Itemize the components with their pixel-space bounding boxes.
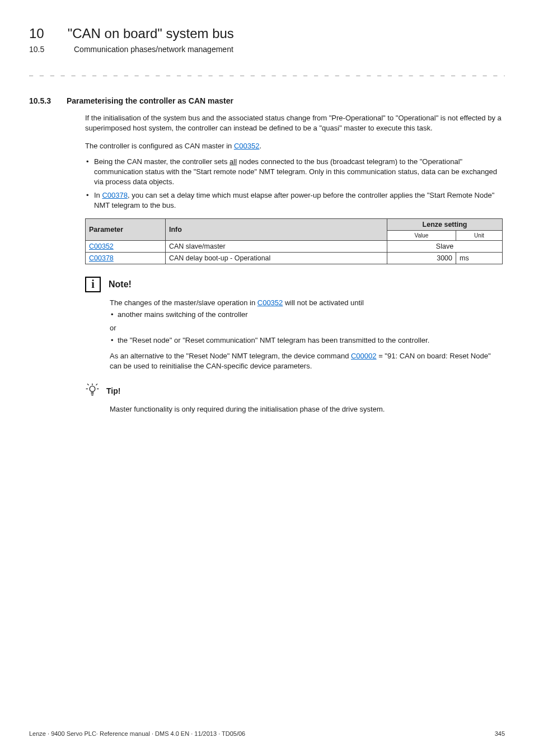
svg-line-4 <box>87 384 88 385</box>
table-header-row: Parameter Info Lenze setting <box>86 218 503 230</box>
note-line: The changes of the master/slave operatio… <box>110 298 503 308</box>
section-heading: 10.5.3 Parameterising the controller as … <box>29 96 505 105</box>
section-title: Parameterising the controller as CAN mas… <box>67 96 233 105</box>
underlined-text: all <box>229 157 237 166</box>
col-unit: Unit <box>456 230 503 240</box>
page-footer: Lenze · 9400 Servo PLC· Reference manual… <box>29 730 505 737</box>
link-c00002[interactable]: C00002 <box>351 352 377 360</box>
link-c00352[interactable]: C00352 <box>89 242 114 250</box>
text: , you can set a delay time which must el… <box>94 191 494 209</box>
list-item: Being the CAN master, the controller set… <box>85 157 503 187</box>
list-item: another mains switching of the controlle… <box>110 310 503 320</box>
cell-info: CAN slave/master <box>166 240 387 252</box>
link-c00378[interactable]: C00378 <box>102 191 128 199</box>
chapter-number: 10 <box>29 26 44 41</box>
lightbulb-icon <box>85 382 100 399</box>
paragraph: The controller is configured as CAN mast… <box>85 141 503 151</box>
section-number: 10.5.3 <box>29 96 51 105</box>
text: . <box>259 142 261 150</box>
text: In <box>94 191 102 199</box>
svg-point-0 <box>90 386 95 392</box>
note-header: i Note! <box>85 277 503 292</box>
parameter-table: Parameter Info Lenze setting Value Unit … <box>85 218 503 264</box>
text: The changes of the master/slave operatio… <box>110 298 257 307</box>
col-parameter: Parameter <box>86 218 166 240</box>
note-bullets: another mains switching of the controlle… <box>110 310 503 320</box>
text: The controller is configured as CAN mast… <box>85 142 234 150</box>
link-c00352[interactable]: C00352 <box>234 142 260 150</box>
cell-value: Slave <box>387 240 503 252</box>
subchapter-header: 10.5 Communication phases/network manage… <box>29 45 505 54</box>
page-number: 345 <box>495 730 505 737</box>
text: will not be activated until <box>283 298 364 307</box>
note-or: or <box>110 323 503 333</box>
chapter-header: 10 "CAN on board" system bus <box>29 26 505 41</box>
col-info: Info <box>166 218 387 240</box>
list-item: the "Reset node" or "Reset communication… <box>110 335 503 346</box>
text: As an alternative to the "Reset Node" NM… <box>110 352 351 360</box>
cell-unit: ms <box>456 252 503 264</box>
chapter-title: "CAN on board" system bus <box>68 26 234 41</box>
subchapter-title: Communication phases/network management <box>74 45 233 54</box>
col-value: Value <box>387 230 456 240</box>
link-c00378[interactable]: C00378 <box>89 254 114 262</box>
link-c00352[interactable]: C00352 <box>257 298 283 307</box>
table-row: C00352 CAN slave/master Slave <box>86 240 503 252</box>
note-block: i Note! The changes of the master/slave … <box>85 277 503 372</box>
note-line: As an alternative to the "Reset Node" NM… <box>110 351 503 371</box>
info-icon: i <box>85 277 101 292</box>
tip-body: Master functionality is only required du… <box>110 404 503 414</box>
paragraph: If the initialisation of the system bus … <box>85 113 503 133</box>
note-title: Note! <box>109 279 132 290</box>
table-row: C00378 CAN delay boot-up - Operational 3… <box>86 252 503 264</box>
tip-block: Tip! Master functionality is only requir… <box>85 382 503 414</box>
tip-title: Tip! <box>106 386 120 395</box>
subchapter-number: 10.5 <box>29 45 50 54</box>
note-bullets: the "Reset node" or "Reset communication… <box>110 335 503 346</box>
text: Being the CAN master, the controller set… <box>94 157 229 166</box>
cell-info: CAN delay boot-up - Operational <box>166 252 387 264</box>
horizontal-rule: _ _ _ _ _ _ _ _ _ _ _ _ _ _ _ _ _ _ _ _ … <box>29 68 505 76</box>
tip-header: Tip! <box>85 382 503 399</box>
svg-line-5 <box>96 384 97 385</box>
footer-left: Lenze · 9400 Servo PLC· Reference manual… <box>29 730 245 737</box>
bullet-list: Being the CAN master, the controller set… <box>85 157 503 211</box>
list-item: In C00378, you can set a delay time whic… <box>85 190 503 211</box>
col-setting: Lenze setting <box>387 218 503 230</box>
cell-value: 3000 <box>387 252 456 264</box>
note-body: The changes of the master/slave operatio… <box>110 298 503 372</box>
